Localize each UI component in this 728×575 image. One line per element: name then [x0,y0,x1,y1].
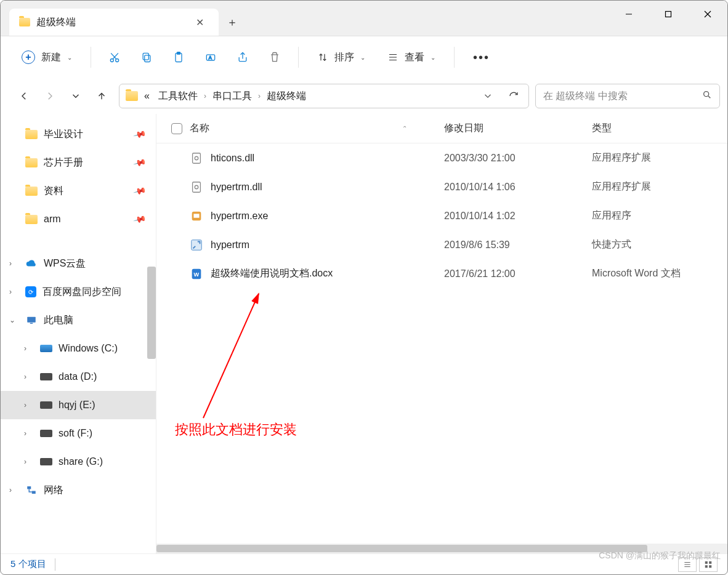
svg-rect-21 [27,486,31,489]
sidebar-item-drive-f[interactable]: ›soft (F:) [1,419,156,448]
minimize-button[interactable] [609,1,649,28]
recent-dropdown[interactable] [65,85,87,107]
sidebar-item-quick[interactable]: 资料📌 [1,177,156,205]
exe-icon [190,209,203,223]
drive-icon [40,458,52,465]
svg-rect-25 [193,182,201,192]
view-button[interactable]: 查看 ⌄ [379,45,444,70]
refresh-button[interactable] [505,87,522,105]
chevron-right-icon: › [24,401,26,409]
annotation-text: 按照此文档进行安装 [175,420,297,439]
plus-circle-icon: + [22,50,35,64]
sidebar-item-drive-d[interactable]: ›data (D:) [1,363,156,391]
sidebar-item-quick[interactable]: arm📌 [1,205,156,233]
tab-title: 超级终端 [36,16,76,29]
file-date: 2003/3/30 21:00 [444,153,592,164]
column-date[interactable]: 修改日期 [444,122,592,135]
svg-point-4 [110,59,113,62]
chevron-down-icon: ⌄ [360,54,365,61]
file-row[interactable]: hypertrm.dll 2010/10/14 1:06 应用程序扩展 [156,172,727,201]
address-dropdown[interactable] [479,87,496,105]
close-button[interactable] [688,1,727,28]
svg-rect-23 [193,153,201,163]
chevron-right-icon: › [9,259,12,268]
svg-rect-22 [32,491,36,494]
file-list[interactable]: hticons.dll 2003/3/30 21:00 应用程序扩展 hyper… [156,143,727,544]
new-tab-button[interactable]: ＋ [219,9,246,36]
select-all-checkbox[interactable] [171,123,190,134]
file-row[interactable]: hticons.dll 2003/3/30 21:00 应用程序扩展 [156,143,727,172]
drive-icon [40,401,52,409]
cloud-icon [25,258,38,269]
dll-icon [190,151,203,165]
breadcrumb-ellipsis[interactable]: « [142,89,152,103]
file-name: hypertrm.dll [211,182,444,193]
annotation-arrow [191,289,271,424]
sidebar[interactable]: 毕业设计📌 芯片手册📌 资料📌 arm📌 ›WPS云盘 ›⟳百度网盘同步空间 ⌄… [1,114,156,553]
file-row[interactable]: hypertrm 2019/8/6 15:39 快捷方式 [156,230,727,259]
sidebar-item-drive-e[interactable]: ›hqyj (E:) [1,391,156,419]
tab-active[interactable]: 超级终端 ✕ [9,9,219,36]
rename-button[interactable]: A [197,45,224,70]
address-bar[interactable]: « 工具软件 › 串口工具 › 超级终端 [119,84,529,108]
copy-button[interactable] [133,45,160,70]
sidebar-item-drive-g[interactable]: ›share (G:) [1,448,156,476]
folder-icon [25,187,38,196]
share-button[interactable] [229,45,256,70]
sidebar-item-drive-c[interactable]: ›Windows (C:) [1,334,156,363]
file-type: 应用程序扩展 [592,180,727,193]
delete-button[interactable] [261,45,288,70]
new-button-label: 新建 [41,51,61,64]
new-button[interactable]: + 新建 ⌄ [13,45,81,70]
forward-button[interactable] [39,85,61,107]
chevron-right-icon: › [9,288,12,296]
more-button[interactable]: ••• [464,45,498,70]
sidebar-label: Windows (C:) [59,343,118,354]
sidebar-label: 网络 [44,484,63,497]
search-icon[interactable] [702,90,712,102]
pc-icon [25,315,38,326]
item-count: 5 个项目 [10,558,46,570]
breadcrumb-item[interactable]: 超级终端 [264,89,309,104]
search-box[interactable] [535,84,720,108]
column-name[interactable]: 名称⌃ [190,122,444,135]
chevron-right-icon: › [258,92,261,100]
file-name: 超级终端使用说明文档.docx [211,267,444,280]
separator [454,47,455,68]
file-type: 应用程序 [592,209,727,222]
file-date: 2010/10/14 1:02 [444,211,592,222]
cut-button[interactable] [101,45,128,70]
sidebar-item-wps[interactable]: ›WPS云盘 [1,249,156,278]
pin-icon: 📌 [132,184,147,198]
sidebar-item-network[interactable]: ›网络 [1,476,156,504]
sort-indicator-icon: ⌃ [402,125,407,132]
toolbar: + 新建 ⌄ A 排序 ⌄ 查看 ⌄ ••• [1,36,727,78]
pin-icon: 📌 [132,156,147,169]
up-button[interactable] [91,85,113,107]
file-row[interactable]: hypertrm.exe 2010/10/14 1:02 应用程序 [156,201,727,230]
sidebar-item-baidu[interactable]: ›⟳百度网盘同步空间 [1,278,156,306]
paste-button[interactable] [165,45,192,70]
chevron-down-icon: ⌄ [431,54,435,61]
sidebar-label: share (G:) [59,456,103,467]
chevron-right-icon: › [24,344,26,353]
sidebar-item-thispc[interactable]: ⌄此电脑 [1,306,156,334]
sidebar-item-quick[interactable]: 毕业设计📌 [1,120,156,148]
close-tab-icon[interactable]: ✕ [191,14,209,31]
search-input[interactable] [543,90,702,102]
chevron-right-icon: › [24,372,26,381]
breadcrumb-item[interactable]: 工具软件 [156,89,200,104]
svg-rect-11 [177,52,180,54]
file-row[interactable]: W 超级终端使用说明文档.docx 2017/6/21 12:00 Micros… [156,259,727,288]
separator [298,47,299,68]
column-type[interactable]: 类型 [592,122,727,135]
breadcrumb-item[interactable]: 串口工具 [210,89,254,104]
maximize-button[interactable] [649,1,688,28]
sidebar-item-quick[interactable]: 芯片手册📌 [1,148,156,177]
baidu-icon: ⟳ [25,286,36,297]
back-button[interactable] [13,85,35,107]
svg-rect-39 [709,565,711,568]
scrollbar-thumb[interactable] [156,545,647,552]
file-type: 应用程序扩展 [592,151,727,164]
sort-button[interactable]: 排序 ⌄ [309,45,374,70]
